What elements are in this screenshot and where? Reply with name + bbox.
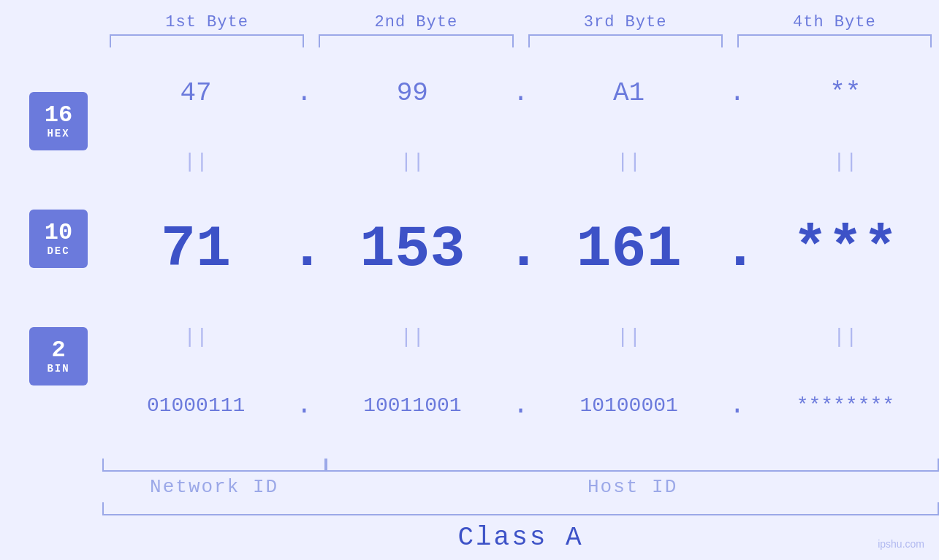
eq2-4: || (752, 326, 939, 348)
eq2-3: || (536, 326, 723, 348)
dec-sep1: . (289, 216, 319, 283)
byte1-header: 1st Byte (102, 13, 311, 31)
rows-area: 47 . 99 . A1 . ** || || || || 71 (102, 47, 939, 459)
eq1-4: || (752, 150, 939, 173)
eq1-1: || (102, 150, 289, 173)
eq2-2: || (319, 326, 506, 348)
hex-b3: A1 (536, 78, 723, 108)
byte4-header: 4th Byte (730, 13, 939, 31)
watermark: ipshu.com (878, 538, 924, 550)
bin-b3: 10100001 (536, 394, 723, 417)
host-id-label: Host ID (326, 476, 939, 498)
id-labels-row: Network ID Host ID (102, 476, 939, 498)
bin-number: 2 (51, 337, 65, 363)
dec-sep3: . (723, 216, 752, 283)
dec-b4: *** (752, 216, 939, 283)
dec-sep2: . (506, 216, 536, 283)
left-labels: 16 HEX 10 DEC 2 BIN (0, 47, 102, 459)
bin-sep2: . (506, 391, 536, 421)
hex-sep2: . (506, 78, 536, 108)
dec-label: DEC (47, 245, 69, 257)
bracket-top-1 (110, 34, 304, 47)
content-area: 16 HEX 10 DEC 2 BIN 47 . 99 . A1 . ** (0, 47, 939, 459)
bottom-brackets (102, 459, 939, 472)
bin-label: BIN (47, 363, 69, 375)
hex-sep3: . (723, 78, 752, 108)
hex-b4: ** (752, 78, 939, 108)
hex-number: 16 (45, 102, 72, 128)
hex-b1: 47 (102, 78, 289, 108)
network-bracket (102, 459, 326, 472)
dec-b2: 153 (319, 216, 506, 283)
bin-row: 01000111 . 10011001 . 10100001 . *******… (102, 391, 939, 421)
eq1-2: || (319, 150, 506, 173)
eq-row-1: || || || || (102, 150, 939, 173)
hex-b2: 99 (319, 78, 506, 108)
main-container: 1st Byte 2nd Byte 3rd Byte 4th Byte 16 H… (0, 0, 939, 560)
bin-b2: 10011001 (319, 394, 506, 417)
byte2-header: 2nd Byte (311, 13, 520, 31)
byte3-header: 3rd Byte (521, 13, 730, 31)
bin-b4: ******** (752, 394, 939, 417)
eq2-1: || (102, 326, 289, 348)
bin-b1: 01000111 (102, 394, 289, 417)
bracket-top-3 (528, 34, 723, 47)
dec-badge: 10 DEC (29, 210, 88, 268)
bracket-top-4 (737, 34, 932, 47)
hex-badge: 16 HEX (29, 92, 88, 150)
hex-row: 47 . 99 . A1 . ** (102, 78, 939, 108)
bin-sep3: . (723, 391, 752, 421)
bottom-section: Network ID Host ID Class A (0, 459, 939, 553)
hex-label: HEX (47, 128, 69, 139)
dec-b3: 161 (536, 216, 723, 283)
bracket-top-2 (319, 34, 513, 47)
big-bracket (102, 502, 939, 515)
byte-headers: 1st Byte 2nd Byte 3rd Byte 4th Byte (0, 13, 939, 31)
eq-row-2: || || || || (102, 326, 939, 348)
dec-number: 10 (45, 220, 72, 245)
eq1-3: || (536, 150, 723, 173)
host-bracket (326, 459, 939, 472)
network-id-label: Network ID (102, 476, 326, 498)
class-label: Class A (102, 523, 939, 553)
dec-b1: 71 (102, 216, 289, 283)
hex-sep1: . (289, 78, 319, 108)
dec-row: 71 . 153 . 161 . *** (102, 216, 939, 283)
top-brackets (0, 34, 939, 47)
bin-badge: 2 BIN (29, 327, 88, 386)
bin-sep1: . (289, 391, 319, 421)
